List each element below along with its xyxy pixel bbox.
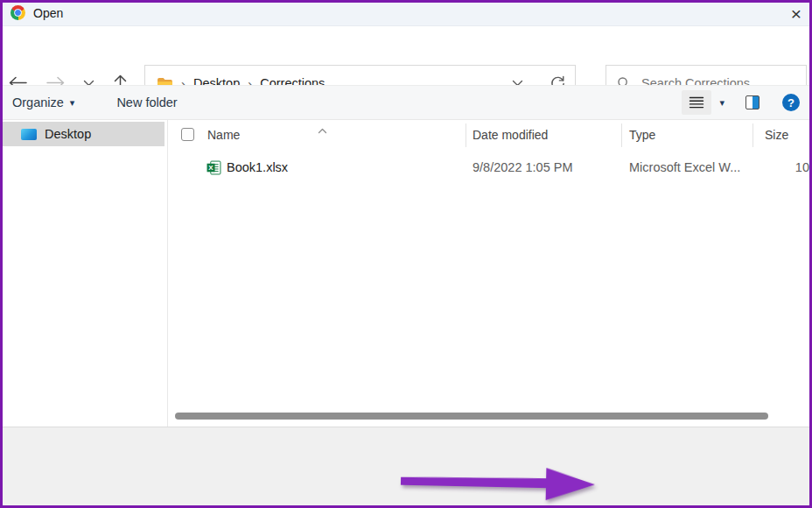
organize-button[interactable]: Organize ▾ [12,95,74,109]
new-folder-button[interactable]: New folder [116,95,177,109]
column-header-date-modified[interactable]: Date modified [472,120,548,150]
column-divider [752,123,753,147]
column-header-name[interactable]: Name [207,120,240,150]
file-row[interactable]: X Book1.xlsx 9/8/2022 1:05 PM Microsoft … [168,155,812,180]
desktop-icon [21,129,37,140]
sidebar-item-label: Desktop [45,127,91,141]
chrome-logo-icon [10,5,25,20]
column-header-size[interactable]: Size [765,120,788,150]
toolbar: Organize ▾ New folder ▾ ? [0,85,812,120]
preview-pane-icon[interactable] [746,95,760,109]
horizontal-scrollbar-thumb[interactable] [175,413,768,420]
excel-file-icon: X [206,160,221,179]
select-all-checkbox[interactable] [181,128,194,141]
window-title: Open [33,6,63,20]
view-mode-chevron-icon[interactable]: ▾ [719,98,724,108]
new-folder-label: New folder [116,95,177,109]
view-mode-button[interactable] [682,90,711,115]
column-header-type[interactable]: Type [629,120,655,150]
file-name-cell: Book1.xlsx [227,155,288,180]
sort-ascending-icon [318,122,327,138]
sidebar-item-desktop[interactable]: Desktop [2,122,164,146]
navigation-bar: › Desktop › Corrections [0,26,812,85]
title-bar: Open × [0,0,812,26]
open-file-dialog: Open × › Desktop › Corrections [0,0,812,508]
column-divider [466,123,466,147]
details-view-icon [689,96,704,109]
organize-label: Organize [12,95,64,109]
file-type-cell: Microsoft Excel W... [629,155,740,180]
close-icon[interactable]: × [784,2,808,25]
file-size-cell: 10 [767,155,809,180]
footer: File name: All Files (*.*) Open Cancel [0,427,812,508]
sidebar: Desktop [0,120,168,427]
chevron-down-icon: ▾ [70,98,75,108]
svg-text:X: X [208,164,214,172]
main-area: Desktop Name Date modified Type Size X B… [0,120,812,427]
help-icon[interactable]: ? [782,94,800,111]
file-date-cell: 9/8/2022 1:05 PM [472,155,572,180]
column-divider [621,123,622,147]
